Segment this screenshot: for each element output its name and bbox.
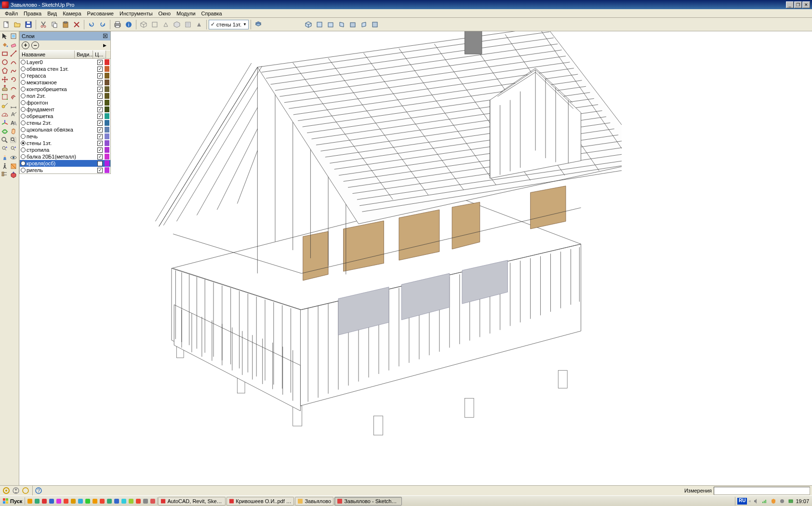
look-around-tool[interactable] xyxy=(9,153,18,162)
outliner-tool[interactable] xyxy=(0,171,9,179)
taskbar-task[interactable]: Завьялово - SketchU... xyxy=(334,497,402,506)
layer-row[interactable]: контробрешетка xyxy=(20,86,110,93)
layer-visible-checkbox[interactable] xyxy=(97,127,103,133)
rotate-tool[interactable] xyxy=(9,75,18,84)
layer-active-radio[interactable] xyxy=(21,147,26,152)
layer-manager-button[interactable] xyxy=(253,19,264,30)
quicklaunch-icon-7[interactable] xyxy=(77,497,84,505)
layer-visible-checkbox[interactable] xyxy=(97,67,103,72)
viewport-3d[interactable]: Слои ☒ + − ▶ Название Види... Ц... Layer… xyxy=(19,31,812,485)
layer-active-radio[interactable] xyxy=(21,100,26,105)
minimize-button[interactable]: _ xyxy=(786,1,794,8)
quicklaunch-icon-16[interactable] xyxy=(142,497,149,505)
layer-row[interactable]: Layer0 xyxy=(20,59,110,66)
col-name[interactable]: Название xyxy=(20,51,75,58)
circle-tool[interactable] xyxy=(0,58,9,67)
layer-visible-checkbox[interactable] xyxy=(97,120,103,126)
quicklaunch-icon-14[interactable] xyxy=(127,497,134,505)
layer-color-swatch[interactable] xyxy=(105,154,109,160)
tray-network-icon[interactable] xyxy=(761,497,768,505)
print-button[interactable] xyxy=(112,19,123,30)
layer-color-swatch[interactable] xyxy=(105,140,109,146)
tray-safely-remove-icon[interactable] xyxy=(787,497,794,505)
zoom-extents-tool[interactable] xyxy=(9,136,18,145)
text-tool[interactable]: A xyxy=(9,110,18,119)
menu-Рисование[interactable]: Рисование xyxy=(84,10,117,17)
layer-row[interactable]: терасса xyxy=(20,72,110,79)
layer-row[interactable]: кровля(осб) xyxy=(20,160,110,167)
layer-dropdown[interactable]: ✓ стены 1эт. ▼ xyxy=(209,20,249,29)
copy-button[interactable] xyxy=(49,19,60,30)
polygon-tool[interactable] xyxy=(0,67,9,75)
quicklaunch-icon-6[interactable] xyxy=(69,497,77,505)
layer-active-radio[interactable] xyxy=(21,60,26,65)
layer-row[interactable]: фундамент xyxy=(20,106,110,113)
iso-view-button[interactable] xyxy=(303,19,314,30)
paint-bucket-tool[interactable] xyxy=(0,40,9,49)
menu-Окно[interactable]: Окно xyxy=(156,10,174,17)
quicklaunch-icon-2[interactable] xyxy=(40,497,48,505)
redo-button[interactable] xyxy=(97,19,108,30)
layer-visible-checkbox[interactable] xyxy=(97,107,103,112)
freehand-tool[interactable] xyxy=(9,67,18,75)
layer-visible-checkbox[interactable] xyxy=(97,100,103,106)
front-view-button[interactable] xyxy=(325,19,336,30)
quicklaunch-icon-5[interactable] xyxy=(62,497,69,505)
quicklaunch-icon-17[interactable] xyxy=(149,497,156,505)
quicklaunch-icon-12[interactable] xyxy=(113,497,120,505)
layer-visible-checkbox[interactable] xyxy=(97,161,103,166)
menu-Файл[interactable]: Файл xyxy=(2,10,21,17)
hidden-line-button[interactable] xyxy=(160,19,171,30)
right-view-button[interactable] xyxy=(336,19,347,30)
layer-active-radio[interactable] xyxy=(21,107,26,112)
layer-visible-checkbox[interactable] xyxy=(97,154,103,160)
layer-active-radio[interactable] xyxy=(21,87,26,92)
monochrome-button[interactable] xyxy=(194,19,204,30)
select-tool[interactable] xyxy=(0,32,9,40)
menu-Модули[interactable]: Модули xyxy=(173,10,198,17)
make-component-tool[interactable] xyxy=(9,32,18,40)
dimension-tool[interactable] xyxy=(9,101,18,110)
orbit-tool[interactable] xyxy=(0,127,9,136)
layer-active-radio[interactable] xyxy=(21,161,26,166)
layer-active-radio[interactable] xyxy=(21,134,26,139)
layers-menu-button[interactable]: ▶ xyxy=(103,43,108,48)
layer-color-swatch[interactable] xyxy=(105,86,109,92)
layer-row[interactable]: ригель xyxy=(20,167,110,173)
walk-tool[interactable] xyxy=(0,162,9,171)
quicklaunch-icon-1[interactable] xyxy=(33,497,40,505)
layer-row[interactable]: цокольная обвязка xyxy=(20,126,110,133)
add-layer-button[interactable]: + xyxy=(22,41,29,49)
taskbar-task[interactable]: Кривошеев О.И..pdf - A... xyxy=(226,497,294,506)
remove-layer-button[interactable]: − xyxy=(31,41,39,49)
followme-tool[interactable] xyxy=(9,84,18,93)
layer-color-swatch[interactable] xyxy=(105,107,109,112)
tray-usb-icon[interactable] xyxy=(778,497,785,505)
next-view-tool[interactable] xyxy=(9,145,18,153)
get-models-tool[interactable] xyxy=(9,171,18,179)
tape-measure-tool[interactable] xyxy=(0,101,9,110)
open-file-button[interactable] xyxy=(12,19,23,30)
top-view-button[interactable] xyxy=(314,19,325,30)
col-color[interactable]: Ц... xyxy=(93,51,106,58)
layer-visible-checkbox[interactable] xyxy=(97,141,103,146)
quicklaunch-icon-8[interactable] xyxy=(84,497,91,505)
eraser-tool[interactable] xyxy=(9,40,18,49)
layer-row[interactable]: фронтон xyxy=(20,99,110,106)
undo-button[interactable] xyxy=(86,19,97,30)
layer-active-radio[interactable] xyxy=(21,127,26,132)
layer-visible-checkbox[interactable] xyxy=(97,147,103,153)
layer-row[interactable]: балка 20Б1(металл) xyxy=(20,153,110,160)
quicklaunch-icon-9[interactable] xyxy=(91,497,98,505)
zoom-tool[interactable] xyxy=(0,136,9,145)
layer-active-radio[interactable] xyxy=(21,80,26,85)
layer-active-radio[interactable] xyxy=(21,93,26,98)
previous-view-tool[interactable] xyxy=(0,145,9,153)
layer-color-swatch[interactable] xyxy=(105,93,109,99)
axes-tool[interactable] xyxy=(0,119,9,127)
layer-color-swatch[interactable] xyxy=(105,127,109,133)
credits-button[interactable] xyxy=(12,486,20,495)
layer-row[interactable]: пол 2эт. xyxy=(20,93,110,99)
layer-active-radio[interactable] xyxy=(21,114,26,119)
layer-visible-checkbox[interactable] xyxy=(97,73,103,79)
